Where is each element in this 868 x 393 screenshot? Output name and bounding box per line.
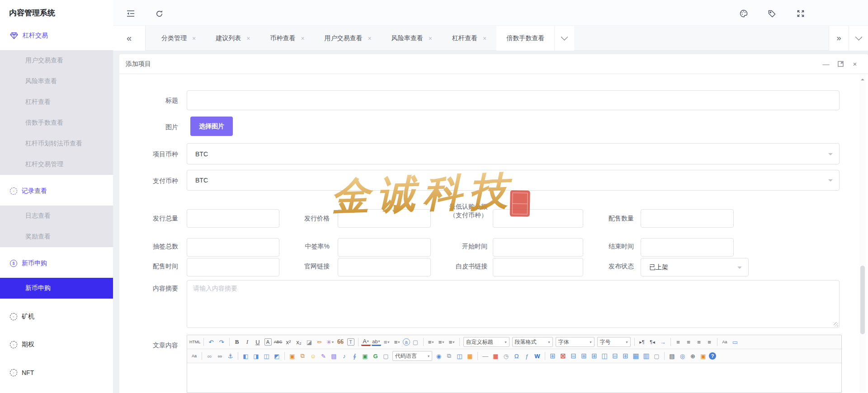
case-switch-icon[interactable]: Aa — [720, 337, 730, 347]
app-icon[interactable]: ◉ — [434, 351, 443, 361]
resize-handle[interactable] — [834, 322, 838, 327]
link-icon[interactable]: ∞ — [205, 351, 214, 361]
sidebar-subitem--[interactable]: 新币申购 — [0, 278, 113, 299]
insert-time-icon[interactable]: ◷ — [501, 351, 511, 361]
eraser-icon[interactable]: ◪ — [305, 337, 314, 347]
table-title-icon[interactable]: ⊟ — [569, 351, 578, 361]
tab-close-icon[interactable]: × — [192, 35, 196, 42]
table-full-icon[interactable]: ▦ — [631, 351, 641, 361]
title-input[interactable] — [187, 90, 840, 110]
tab-close-icon[interactable]: × — [429, 35, 432, 42]
insert-col-icon[interactable]: ⊞ — [590, 351, 599, 361]
align-justify-icon[interactable]: ≡ — [705, 337, 714, 347]
print-icon[interactable]: ▤ — [667, 351, 677, 361]
italic-icon[interactable]: I — [243, 337, 252, 347]
help-icon[interactable]: ? — [709, 352, 716, 360]
refresh-icon[interactable] — [154, 9, 164, 19]
sidebar-item--[interactable]: ·期权 — [0, 335, 113, 355]
insert-table-icon[interactable]: ⊞ — [548, 351, 557, 361]
min-subscribe-amount-input[interactable] — [493, 209, 583, 228]
table-disabled-icon[interactable]: ▢ — [652, 351, 661, 361]
formula-icon[interactable]: ƒ — [522, 351, 532, 361]
sidebar-subitem--[interactable]: 风险率查看 — [0, 71, 113, 92]
ltr-icon[interactable]: ▸¶ — [637, 337, 647, 347]
special-char-icon[interactable]: Ω — [512, 351, 521, 361]
emoji-icon[interactable]: ☺ — [308, 351, 318, 361]
tab--[interactable]: 建议列表× — [206, 26, 260, 51]
redo-icon[interactable]: ↷ — [217, 337, 226, 347]
pay-coin-select[interactable]: BTC — [187, 170, 840, 191]
allot-time-input[interactable] — [187, 258, 279, 276]
choose-image-button[interactable]: 选择图片 — [190, 117, 233, 136]
paste-plain-icon[interactable]: T — [347, 338, 354, 346]
attachment-icon[interactable]: ∮ — [350, 351, 359, 361]
paragraph-spacing-after-icon[interactable]: ≡▾ — [437, 337, 446, 347]
bold-icon[interactable]: B — [232, 337, 242, 347]
tab--[interactable]: 倍数手数查看 — [496, 26, 554, 51]
fullscreen-icon[interactable] — [796, 9, 806, 19]
sidebar-item--[interactable]: ·记录查看 — [0, 181, 113, 201]
image-float-left-icon[interactable]: ◧ — [241, 351, 250, 361]
rtl-icon[interactable]: ¶◂ — [648, 337, 657, 347]
find-replace-icon[interactable]: ⊕ — [688, 351, 698, 361]
tab--[interactable]: 杠杆查看× — [442, 26, 496, 51]
font-size-select[interactable]: 字号▾ — [597, 337, 631, 347]
sidebar-subitem--[interactable]: 奖励查看 — [0, 226, 113, 247]
superscript-icon[interactable]: x² — [284, 337, 293, 347]
win-rate-input[interactable] — [338, 238, 431, 257]
unlink-icon[interactable]: ∞ — [215, 351, 225, 361]
align-right-icon[interactable]: ≡ — [694, 337, 704, 347]
template-icon[interactable]: ▦ — [465, 351, 475, 361]
project-coin-select[interactable]: BTC — [187, 143, 840, 164]
tab-close-icon[interactable]: × — [368, 35, 372, 42]
tab-close-icon[interactable]: × — [483, 35, 486, 42]
tab-close-icon[interactable]: × — [246, 35, 250, 42]
tag-icon[interactable] — [767, 9, 777, 19]
split-cells-icon[interactable]: ⊟ — [610, 351, 620, 361]
new-page-icon[interactable]: ▢ — [411, 337, 420, 347]
insert-music-icon[interactable]: ♪ — [340, 351, 349, 361]
insert-video-icon[interactable]: ▤ — [329, 351, 339, 361]
theme-palette-icon[interactable] — [739, 9, 749, 19]
horizontal-rule-icon[interactable]: — — [481, 351, 490, 361]
sidebar-subitem--[interactable]: 日志查看 — [0, 206, 113, 226]
image-inline-icon[interactable]: ◫ — [262, 351, 271, 361]
paragraph-format-select[interactable]: 段落格式▾ — [512, 337, 553, 347]
start-time-input[interactable] — [493, 238, 583, 257]
tab--[interactable]: 币种查看× — [260, 26, 314, 51]
case-switch2-icon[interactable]: Aa — [189, 351, 199, 361]
sidebar-item--[interactable]: $新币申购 — [0, 253, 113, 273]
preview-icon[interactable]: ◎ — [678, 351, 687, 361]
image-float-right-icon[interactable]: ◨ — [251, 351, 261, 361]
lowercase-style-icon[interactable]: a — [403, 338, 410, 346]
word-import-icon[interactable]: W — [533, 351, 542, 361]
sidebar-item-nft[interactable]: ·NFT — [0, 363, 113, 383]
tabs-scroll-right-button[interactable]: » — [829, 26, 849, 51]
end-time-input[interactable] — [641, 238, 734, 257]
scrawl-icon[interactable]: ✎ — [319, 351, 328, 361]
sidebar-item--[interactable]: ·矿机 — [0, 307, 113, 327]
indent-icon[interactable]: → — [658, 337, 668, 347]
tab--[interactable]: 风险率查看× — [382, 26, 442, 51]
issue-total-input[interactable] — [187, 209, 279, 228]
custom-title-select[interactable]: 自定义标题▾ — [463, 337, 509, 347]
website-link-input[interactable] — [338, 258, 431, 276]
allot-quantity-input[interactable] — [641, 209, 734, 228]
underline-icon[interactable]: U — [253, 337, 263, 347]
doc-page-icon[interactable]: ▢ — [381, 351, 391, 361]
minimize-button[interactable]: — — [822, 60, 830, 68]
preview-screen-icon[interactable]: ▭ — [731, 337, 740, 347]
insert-row-icon[interactable]: ⊞ — [579, 351, 589, 361]
page-break-icon[interactable]: ⧉ — [444, 351, 454, 361]
tab-close-icon[interactable]: × — [301, 35, 304, 42]
insert-row-below-icon[interactable]: ⊞ — [621, 351, 630, 361]
table-stripe-icon[interactable]: ▥ — [642, 351, 651, 361]
publish-status-select[interactable]: 已上架 — [641, 258, 749, 276]
tab--[interactable]: 分类管理× — [151, 26, 206, 51]
vertical-scrollbar[interactable] — [859, 74, 866, 393]
highlight-color-icon[interactable]: ab▾ — [372, 338, 381, 346]
sidebar-subitem--[interactable]: 杠杆查看 — [0, 92, 113, 112]
paragraph-spacing-before-icon[interactable]: ≡▾ — [426, 337, 436, 347]
photo-album-icon[interactable]: ⧉ — [298, 351, 307, 361]
tabs-scroll-left-button[interactable]: « — [113, 26, 146, 51]
